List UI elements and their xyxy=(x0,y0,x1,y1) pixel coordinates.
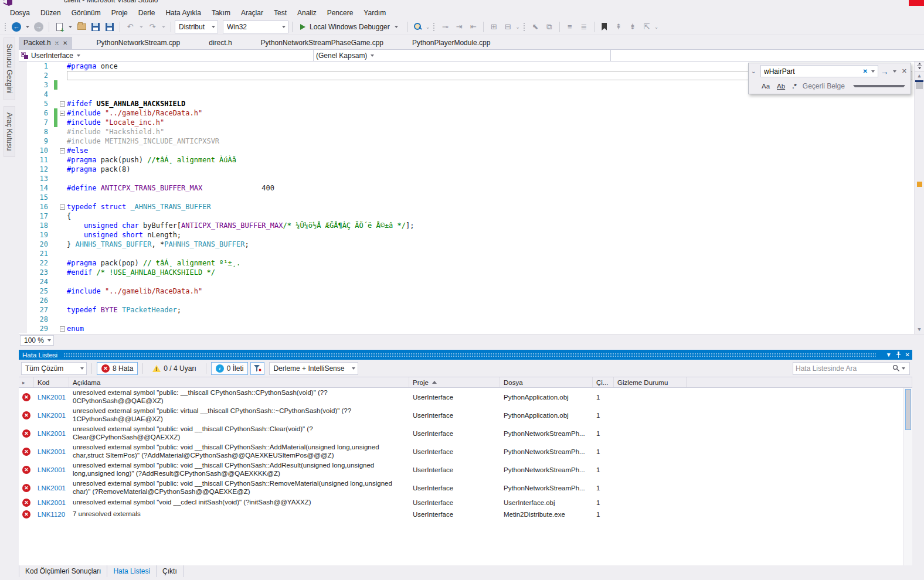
toolbar-grip[interactable] xyxy=(433,22,436,32)
doc-tab-packet.h[interactable]: Packet.h⊹✕ xyxy=(19,37,72,49)
error-row[interactable]: ✕LNK2001unresolved external symbol "publ… xyxy=(19,406,912,424)
step-into-button[interactable]: ⇥ xyxy=(453,21,466,33)
save-all-button[interactable] xyxy=(103,21,116,33)
column-header-ci[interactable]: Çi... xyxy=(593,377,614,387)
fold-collapse-icon[interactable]: − xyxy=(57,324,67,333)
doc-tab-pythonnetworkstream.cpp[interactable]: PythonNetworkStream.cpp xyxy=(91,37,185,49)
error-code-link[interactable]: LNK2001 xyxy=(34,412,69,419)
sidebar-tab-araç-kutusu[interactable]: Araç Kutusu xyxy=(4,106,15,157)
attach-to-process-button[interactable]: ⊸ xyxy=(439,21,451,33)
save-button[interactable] xyxy=(89,21,102,33)
errors-toggle-button[interactable]: ✕ 8 Hata xyxy=(97,362,138,375)
copy-parent-button[interactable]: ⧉ xyxy=(543,21,556,33)
previous-bookmark-button[interactable]: ⇞ xyxy=(612,21,625,33)
toggle-bookmark-button[interactable] xyxy=(598,21,611,33)
new-file-button[interactable] xyxy=(53,21,66,33)
find-next-caret-icon[interactable] xyxy=(893,70,896,73)
menu-item-düzen[interactable]: Düzen xyxy=(35,8,66,18)
column-header-dosya[interactable]: Dosya xyxy=(500,377,593,387)
menu-item-test[interactable]: Test xyxy=(269,8,292,18)
find-in-files-button[interactable] xyxy=(412,21,424,33)
find-close-icon[interactable]: ✕ xyxy=(899,67,908,75)
bottom-tab-çıktı[interactable]: Çıktı xyxy=(157,565,184,577)
error-list-title-bar[interactable]: Hata Listesi ▼ ✕ xyxy=(19,350,912,360)
warnings-toggle-button[interactable]: 0 / 4 Uyarı xyxy=(148,362,201,375)
navbar-empty-combo[interactable] xyxy=(611,50,924,61)
next-bookmark-button[interactable]: ⇟ xyxy=(626,21,639,33)
error-code-link[interactable]: LNK2001 xyxy=(34,448,69,455)
doc-tab-pythonnetworkstreamphasegame.cpp[interactable]: PythonNetworkStreamPhaseGame.cpp xyxy=(256,37,388,49)
severity-column-header[interactable]: ▸ xyxy=(19,377,34,387)
match-case-button[interactable]: Aa xyxy=(760,82,771,90)
navigate-backward-button[interactable]: ← xyxy=(10,21,23,33)
find-scope-combo[interactable]: Geçerli Belge xyxy=(803,82,907,90)
window-position-caret-icon[interactable]: ▼ xyxy=(886,352,892,358)
regex-button[interactable]: .* xyxy=(791,82,798,90)
error-scrollbar-thumb[interactable] xyxy=(905,389,911,430)
error-row[interactable]: ✕LNK2001unresolved external symbol "publ… xyxy=(19,460,912,479)
fold-collapse-icon[interactable]: − xyxy=(57,202,67,211)
error-code-link[interactable]: LNK2001 xyxy=(34,485,69,492)
navigate-backward-dropdown-icon[interactable] xyxy=(26,26,29,28)
menu-item-proje[interactable]: Proje xyxy=(106,8,133,18)
editor-vertical-scrollbar[interactable]: ▲ ▼ xyxy=(914,62,924,334)
column-header-gizleme[interactable]: Gizleme Durumu xyxy=(614,377,687,387)
undo-button[interactable]: ↶ xyxy=(124,21,137,33)
close-icon[interactable]: ✕ xyxy=(905,352,910,358)
navigate-forward-button[interactable]: → xyxy=(32,21,45,33)
decrease-indent-button[interactable]: ≡ xyxy=(563,21,576,33)
column-header-proje[interactable]: Proje xyxy=(409,377,500,387)
panel-splitter[interactable] xyxy=(0,346,924,350)
error-row[interactable]: ✕LNK2001unresolved external symbol "publ… xyxy=(19,388,912,406)
breakpoint-window-button[interactable]: ⊞ xyxy=(487,21,500,33)
messages-toggle-button[interactable]: i 0 İleti xyxy=(211,362,249,375)
scrollbar-thumb[interactable] xyxy=(916,82,923,89)
error-code-link[interactable]: LNK2001 xyxy=(34,394,69,401)
error-list-scrollbar[interactable] xyxy=(903,388,912,565)
navbar-members-combo[interactable]: (Genel Kapsam) xyxy=(314,50,611,61)
new-file-dropdown-icon[interactable] xyxy=(69,26,72,28)
menu-item-yardım[interactable]: Yardım xyxy=(358,8,391,18)
solution-scope-combo[interactable]: Tüm Çözüm xyxy=(21,362,87,375)
tab-close-icon[interactable]: ✕ xyxy=(63,40,67,46)
find-expand-icon[interactable]: ⌄ xyxy=(751,68,759,74)
menu-item-görünüm[interactable]: Görünüm xyxy=(66,8,106,18)
fold-collapse-icon[interactable]: − xyxy=(57,99,67,108)
toolbar-grip[interactable] xyxy=(4,22,7,32)
code-editor[interactable]: 1#pragma once2345−#ifdef USE_AHNLAB_HACK… xyxy=(19,62,924,334)
menu-item-hata-ayıkla[interactable]: Hata Ayıkla xyxy=(160,8,206,18)
column-header-kod[interactable]: Kod xyxy=(34,377,69,387)
column-header-aciklama[interactable]: Açıklama xyxy=(69,377,409,387)
window-close-button[interactable] xyxy=(909,0,924,6)
redo-dropdown-icon[interactable] xyxy=(162,26,165,28)
error-code-link[interactable]: LNK2001 xyxy=(34,430,69,437)
find-input[interactable] xyxy=(764,67,861,76)
error-row[interactable]: ✕LNK2001unresolved external symbol "void… xyxy=(19,497,912,509)
pin-icon[interactable] xyxy=(896,352,901,358)
menu-item-dosya[interactable]: Dosya xyxy=(5,8,35,18)
bottom-tab-hata-listesi[interactable]: Hata Listesi xyxy=(107,565,157,577)
solution-configuration-combo[interactable]: Distribut xyxy=(175,21,218,33)
menu-item-pencere[interactable]: Pencere xyxy=(322,8,359,18)
scroll-up-icon[interactable]: ▲ xyxy=(915,71,924,80)
error-code-link[interactable]: LNK2001 xyxy=(34,499,69,506)
find-next-button[interactable]: → xyxy=(879,67,890,76)
bottom-tab-kod-ölçümleri-sonuçları[interactable]: Kod Ölçümleri Sonuçları xyxy=(19,565,107,577)
menu-item-araçlar[interactable]: Araçlar xyxy=(236,8,269,18)
toolbar-overflow-icon[interactable]: ⌄ xyxy=(515,24,520,30)
navbar-types-combo[interactable]: UserInterface xyxy=(19,50,314,61)
toolbar-grip[interactable] xyxy=(523,22,526,32)
error-row[interactable]: ✕LNK2001unresolved external symbol "publ… xyxy=(19,424,912,442)
menu-item-derle[interactable]: Derle xyxy=(133,8,161,18)
error-search-input[interactable] xyxy=(796,364,892,373)
step-out-button[interactable]: ⇤ xyxy=(467,21,480,33)
redo-button[interactable]: ↷ xyxy=(146,21,159,33)
editor-splitter-button[interactable] xyxy=(915,63,924,71)
sidebar-tab-sunucu-gezgini[interactable]: Sunucu Gezgini xyxy=(4,37,15,100)
solution-platform-combo[interactable]: Win32 xyxy=(223,21,288,33)
filter-button[interactable] xyxy=(250,362,264,375)
open-file-button[interactable] xyxy=(75,21,88,33)
menu-item-takım[interactable]: Takım xyxy=(206,8,236,18)
error-row[interactable]: ✕LNK2001unresolved external symbol "publ… xyxy=(19,442,912,460)
search-options-caret-icon[interactable] xyxy=(902,367,905,370)
